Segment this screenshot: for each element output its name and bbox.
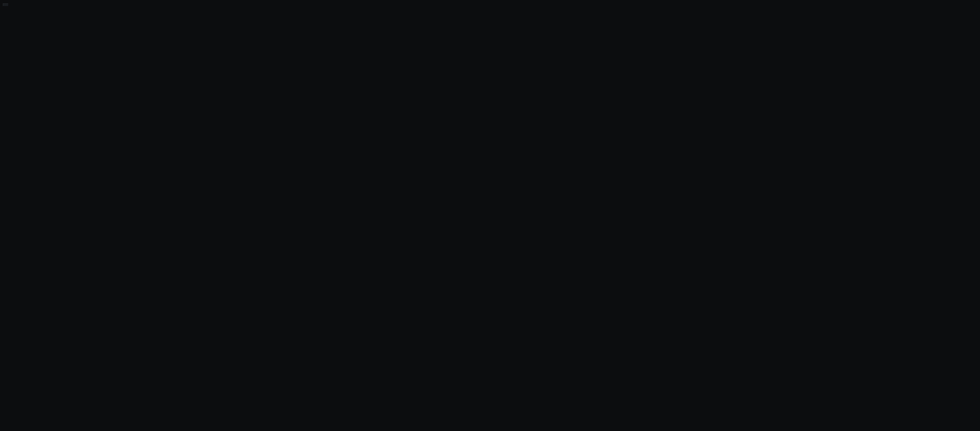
dashboard-row-top: 每秒磁盘读写 244 KiB195 KiB146 KiB98 KiB49 KiB…: [3, 3, 5, 6]
panel-disk-read-write: 每秒磁盘读写 244 KiB195 KiB146 KiB98 KiB49 KiB…: [3, 3, 8, 6]
grafana-dashboard: 每秒磁盘读写 244 KiB195 KiB146 KiB98 KiB49 KiB…: [0, 1, 8, 6]
